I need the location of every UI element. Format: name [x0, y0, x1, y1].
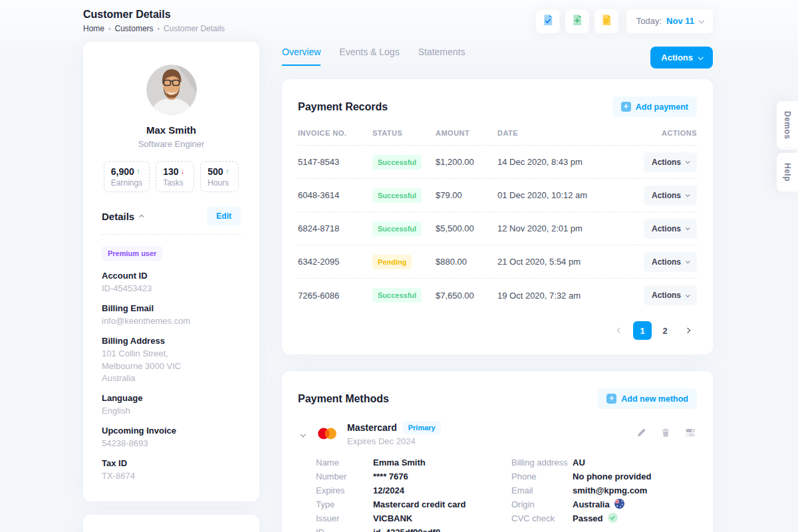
- avatar: [146, 65, 197, 115]
- actions-dropdown-button[interactable]: Actions: [650, 47, 713, 68]
- field-label: Phone: [511, 472, 573, 481]
- method-details-right: Billing addressAU PhoneNo phone provided…: [511, 458, 651, 532]
- file-lines-button[interactable]: [595, 9, 618, 33]
- pagination-prev[interactable]: [610, 321, 629, 340]
- date: 01 Dec 2020, 10:12 am: [497, 190, 630, 200]
- breadcrumb-separator: •: [108, 25, 111, 33]
- chevron-down-icon: [300, 432, 305, 437]
- stat-hours: 500↑ Hours: [200, 161, 239, 192]
- col-amount-header: Amount: [436, 129, 497, 137]
- invoice-number: 6048-3614: [298, 190, 372, 200]
- date: 19 Oct 2020, 7:32 am: [497, 291, 630, 301]
- pagination-page-1[interactable]: 1: [633, 321, 652, 340]
- col-invoice-header: Invoice No.: [298, 129, 372, 137]
- table-row: 7265-6086 Successful $7,650.00 19 Oct 20…: [298, 279, 697, 312]
- edit-method-button[interactable]: [635, 426, 648, 441]
- date-filter-dropdown[interactable]: Today: Nov 11: [626, 9, 713, 33]
- field-label: Upcoming Invoice: [102, 426, 241, 436]
- help-tab[interactable]: Help: [777, 153, 798, 192]
- col-actions-header: Actions: [630, 129, 697, 137]
- field-label: ID: [316, 528, 373, 532]
- method-field: Emailsmith@kpmg.com: [511, 486, 651, 495]
- amount: $1,200.00: [436, 157, 497, 167]
- pagination-next[interactable]: [678, 321, 697, 340]
- invoice-number: 5147-8543: [298, 157, 372, 167]
- table-row: 6342-2095 Pending $880.00 21 Oct 2020, 5…: [298, 245, 697, 279]
- row-actions-dropdown[interactable]: Actions: [644, 252, 697, 272]
- row-actions-label: Actions: [652, 291, 681, 300]
- breadcrumb-separator: •: [158, 25, 160, 33]
- delete-method-button[interactable]: [660, 426, 672, 441]
- payment-method-row: Mastercard Primary Expires Dec 2024: [298, 421, 697, 446]
- check-circle-icon: [608, 513, 618, 524]
- pagination-page-2[interactable]: 2: [656, 321, 674, 340]
- customer-role: Software Enginer: [102, 139, 241, 149]
- file-plus-button[interactable]: [565, 9, 589, 33]
- tab-events-logs[interactable]: Events & Logs: [339, 47, 399, 66]
- file-check-button[interactable]: [536, 9, 560, 33]
- avatar-wrap: [102, 65, 241, 115]
- field-value-line: Australia: [102, 372, 241, 385]
- edit-button[interactable]: Edit: [207, 207, 241, 225]
- stat-hours-label: Hours: [207, 178, 231, 188]
- add-payment-label: Add payment: [636, 102, 688, 112]
- premium-user-badge: Premium user: [102, 246, 162, 261]
- tab-statements[interactable]: Statements: [418, 47, 466, 66]
- table-row: 6824-8718 Successful $5,500.00 12 Nov 20…: [298, 212, 697, 245]
- row-actions-label: Actions: [652, 257, 681, 267]
- field-label: Name: [316, 458, 373, 467]
- payment-methods-title: Payment Methods: [298, 393, 389, 405]
- file-check-icon: [542, 14, 554, 28]
- add-new-method-button[interactable]: + Add new method: [598, 388, 697, 409]
- connected-accounts-card: Connected Accounts: [83, 515, 259, 532]
- breadcrumb-current: Customer Details: [164, 24, 225, 33]
- field-value: Passed: [573, 514, 603, 523]
- chevron-right-icon: [685, 328, 690, 333]
- payment-records-card: Payment Records + Add payment Invoice No…: [282, 79, 713, 354]
- collapse-toggle-button[interactable]: [298, 426, 307, 442]
- stat-tasks-label: Tasks: [163, 178, 187, 188]
- title-block: Customer Details Home • Customers • Cust…: [83, 9, 225, 33]
- chevron-left-icon: [617, 328, 622, 333]
- method-field: CVC check Passed: [511, 514, 651, 523]
- details-title[interactable]: Details: [102, 211, 144, 222]
- field-value: Emma Smith: [373, 458, 426, 467]
- date: 14 Dec 2020, 8:43 pm: [497, 157, 630, 167]
- row-actions-dropdown[interactable]: Actions: [644, 285, 697, 305]
- arrow-down-icon: ↓: [181, 167, 185, 176]
- customer-sidebar: Max Smith Software Enginer 6,900↑ Earnin…: [83, 42, 259, 532]
- main-panel: Overview Events & Logs Statements Action…: [282, 42, 713, 532]
- breadcrumb-home[interactable]: Home: [83, 24, 104, 33]
- breadcrumb: Home • Customers • Customer Details: [83, 24, 225, 33]
- field-value: **** 7676: [373, 472, 408, 481]
- col-status-header: Status: [372, 129, 436, 137]
- amount: $5,500.00: [436, 223, 497, 233]
- method-field: Number**** 7676: [316, 472, 511, 481]
- field-value: 54238-8693: [102, 438, 241, 450]
- method-field: IDid_4325df90sdf8: [316, 528, 511, 532]
- field-value: TX-8674: [102, 470, 241, 483]
- tab-overview[interactable]: Overview: [282, 47, 321, 66]
- field-value: id_4325df90sdf8: [373, 528, 440, 532]
- method-field: TypeMastercard credit card: [316, 500, 511, 509]
- breadcrumb-customers[interactable]: Customers: [115, 24, 154, 33]
- add-payment-button[interactable]: + Add payment: [612, 96, 697, 117]
- method-brand-name: Mastercard: [347, 422, 397, 433]
- status-badge: Successful: [372, 221, 422, 236]
- plus-square-icon: +: [621, 102, 631, 112]
- stat-earnings: 6,900↑ Earnings: [104, 161, 150, 192]
- method-details-grid: NameEmma Smith Number**** 7676 Expires12…: [316, 458, 697, 532]
- method-settings-button[interactable]: [684, 426, 697, 441]
- field-label: Tax ID: [102, 458, 241, 468]
- field-label: Language: [102, 393, 241, 403]
- method-details-left: NameEmma Smith Number**** 7676 Expires12…: [316, 458, 511, 532]
- customer-summary-card: Max Smith Software Enginer 6,900↑ Earnin…: [83, 42, 259, 501]
- row-actions-dropdown[interactable]: Actions: [644, 186, 697, 205]
- amount: $880.00: [436, 257, 497, 267]
- demos-tab[interactable]: Demos: [777, 101, 798, 150]
- details-header: Details Edit: [102, 207, 241, 225]
- row-actions-dropdown[interactable]: Actions: [644, 219, 697, 239]
- stats-row: 6,900↑ Earnings 130↓ Tasks 500↑ Hours: [102, 161, 241, 192]
- row-actions-dropdown[interactable]: Actions: [644, 152, 697, 172]
- table-row: 5147-8543 Successful $1,200.00 14 Dec 20…: [298, 146, 697, 179]
